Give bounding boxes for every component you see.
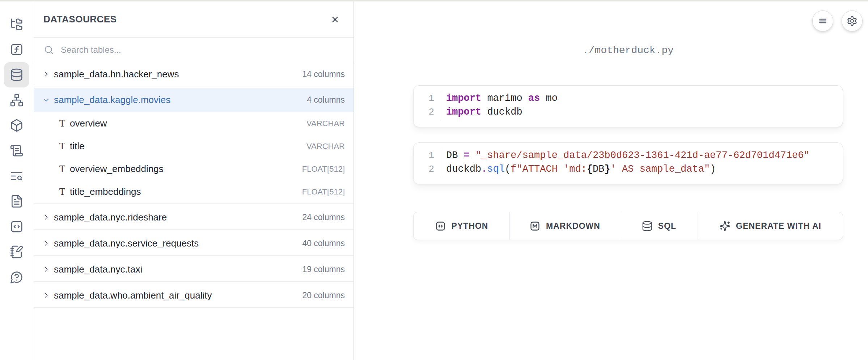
column-name: title <box>70 141 306 152</box>
chevron-down-icon <box>42 96 50 104</box>
line-number-gutter: 12 <box>414 149 440 178</box>
add-cell-button-label: PYTHON <box>452 221 488 231</box>
scroll-text-icon <box>10 144 24 158</box>
square-m-icon <box>529 220 541 232</box>
function-square-icon <box>10 43 24 56</box>
code-line: DB = "_share/sample_data/23b0d623-1361-4… <box>446 149 810 162</box>
datasources-panel: DATASOURCES sample_data.hn.hacker_news14… <box>34 1 354 360</box>
column-row[interactable]: Ttitle_embeddingsFLOAT[512] <box>34 180 353 203</box>
panel-title: DATASOURCES <box>43 14 329 25</box>
column-name: overview_embeddings <box>70 163 302 175</box>
file-text-icon <box>10 194 24 208</box>
code-editor[interactable]: DB = "_share/sample_data/23b0d623-1361-4… <box>440 149 810 178</box>
column-type: FLOAT[512] <box>302 164 345 174</box>
square-code-icon <box>10 220 24 233</box>
text-type-icon: T <box>58 186 67 197</box>
table-row[interactable]: sample_data.nyc.service_requests40 colum… <box>34 231 353 255</box>
table-name: sample_data.nyc.taxi <box>54 264 302 275</box>
text-type-icon: T <box>58 163 67 175</box>
code-cell[interactable]: 12import marimo as moimport duckdb <box>413 85 843 127</box>
sidebar-item-logs[interactable] <box>4 138 29 163</box>
menu-button[interactable] <box>812 10 833 31</box>
table-name: sample_data.who.ambient_air_quality <box>54 290 302 301</box>
table-item: sample_data.nyc.rideshare24 columns <box>34 205 353 230</box>
folder-tree-icon <box>10 17 24 31</box>
box-icon <box>10 119 24 132</box>
add-cell-button-markdown[interactable]: MARKDOWN <box>509 212 620 240</box>
column-count: 24 columns <box>302 213 345 222</box>
sidebar-item-variables[interactable] <box>4 37 29 62</box>
search-icon <box>43 44 54 55</box>
database-icon <box>642 220 653 232</box>
sidebar-item-documentation[interactable] <box>4 189 29 214</box>
sparkles-icon <box>719 220 731 232</box>
table-name: sample_data.nyc.rideshare <box>54 212 302 223</box>
text-type-icon: T <box>58 118 67 129</box>
chevron-right-icon <box>42 213 50 221</box>
hamburger-menu-icon <box>817 16 828 26</box>
column-name: overview <box>70 118 306 129</box>
datasources-header: DATASOURCES <box>34 1 353 38</box>
column-name: title_embeddings <box>70 186 302 197</box>
sidebar-item-dependencies[interactable] <box>4 87 29 113</box>
text-type-icon: T <box>58 141 67 152</box>
add-cell-button-python[interactable]: PYTHON <box>414 212 509 240</box>
sidebar-item-outline[interactable] <box>4 163 29 189</box>
table-name: sample_data.kaggle.movies <box>54 94 307 106</box>
sidebar-item-help[interactable] <box>4 265 29 290</box>
add-cell-button-label: MARKDOWN <box>546 221 600 231</box>
add-cell-button-sql[interactable]: SQL <box>620 212 698 240</box>
left-icon-rail <box>0 1 33 360</box>
table-item: sample_data.kaggle.movies4 columnsToverv… <box>34 88 353 203</box>
search-input[interactable] <box>60 44 344 55</box>
chevron-right-icon <box>42 70 50 78</box>
code-line: import duckdb <box>446 105 558 119</box>
column-type: VARCHAR <box>306 142 345 151</box>
line-number-gutter: 12 <box>414 91 440 121</box>
chevron-right-icon <box>42 291 50 299</box>
add-cell-button-generate-with-ai[interactable]: GENERATE WITH AI <box>698 212 843 240</box>
column-group: ToverviewVARCHARTtitleVARCHARToverview_e… <box>34 112 353 203</box>
code-line: import marimo as mo <box>446 91 558 105</box>
network-icon <box>10 93 24 107</box>
sidebar-item-scratchpad[interactable] <box>4 239 29 265</box>
column-type: FLOAT[512] <box>302 187 345 197</box>
square-chevrons-icon <box>435 220 446 232</box>
sidebar-item-file-explorer[interactable] <box>4 12 29 37</box>
chevron-right-icon <box>42 265 50 273</box>
table-row[interactable]: sample_data.nyc.rideshare24 columns <box>34 205 353 229</box>
column-count: 20 columns <box>302 291 345 300</box>
table-search <box>34 38 353 62</box>
sidebar-item-snippets[interactable] <box>4 214 29 239</box>
chevron-right-icon <box>42 239 50 247</box>
sidebar-item-packages[interactable] <box>4 113 29 138</box>
column-count: 19 columns <box>302 265 345 274</box>
table-name: sample_data.nyc.service_requests <box>54 238 302 249</box>
message-question-icon <box>10 270 24 284</box>
close-panel-button[interactable] <box>329 13 341 26</box>
close-icon <box>330 15 340 24</box>
table-row[interactable]: sample_data.nyc.taxi19 columns <box>34 257 353 281</box>
gear-icon <box>847 16 858 26</box>
column-type: VARCHAR <box>306 119 345 128</box>
settings-button[interactable] <box>842 10 863 31</box>
table-item: sample_data.hn.hacker_news14 columns <box>34 62 353 86</box>
add-cell-button-label: GENERATE WITH AI <box>736 221 821 231</box>
column-row[interactable]: Toverview_embeddingsFLOAT[512] <box>34 158 353 180</box>
code-editor[interactable]: import marimo as moimport duckdb <box>440 91 558 121</box>
column-row[interactable]: TtitleVARCHAR <box>34 135 353 158</box>
database-icon <box>10 68 24 82</box>
code-cell[interactable]: 12DB = "_share/sample_data/23b0d623-1361… <box>413 142 843 184</box>
column-count: 40 columns <box>302 239 345 248</box>
add-cell-button-label: SQL <box>658 221 676 231</box>
table-row[interactable]: sample_data.kaggle.movies4 columns <box>34 88 353 112</box>
text-search-icon <box>10 169 24 183</box>
table-row[interactable]: sample_data.hn.hacker_news14 columns <box>34 62 353 86</box>
table-item: sample_data.nyc.service_requests40 colum… <box>34 231 353 256</box>
sidebar-item-datasources[interactable] <box>4 62 29 87</box>
notebook-action-buttons <box>812 10 863 31</box>
table-row[interactable]: sample_data.who.ambient_air_quality20 co… <box>34 283 353 307</box>
column-count: 14 columns <box>302 69 345 79</box>
column-row[interactable]: ToverviewVARCHAR <box>34 112 353 135</box>
table-item: sample_data.nyc.taxi19 columns <box>34 257 353 282</box>
